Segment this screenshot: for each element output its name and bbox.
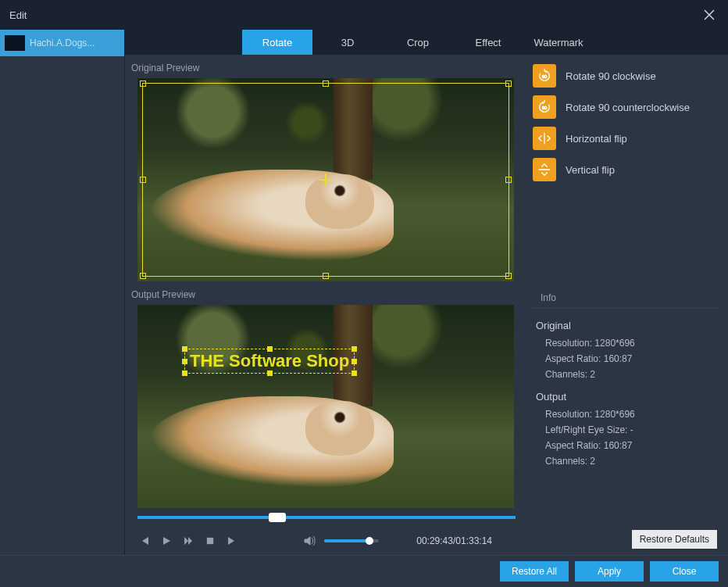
info-output-title: Output: [536, 391, 717, 403]
watermark-handle[interactable]: [182, 346, 187, 352]
tab-effect[interactable]: Effect: [453, 30, 523, 55]
restore-defaults-button[interactable]: Restore Defaults: [632, 530, 717, 549]
tab-bar: Rotate 3D Crop Effect Watermark: [125, 30, 728, 55]
stop-icon[interactable]: [203, 534, 217, 548]
flip-horizontal-button[interactable]: Horizontal flip: [533, 127, 717, 150]
timeline-thumb[interactable]: [269, 513, 286, 522]
original-preview-label: Original Preview: [131, 55, 522, 78]
watermark-handle[interactable]: [267, 346, 273, 352]
output-preview[interactable]: THE Software Shop: [137, 305, 514, 508]
watermark-handle[interactable]: [352, 370, 357, 376]
rotate-ccw-button[interactable]: 90 Rotate 90 counterclockwise: [533, 95, 717, 119]
timeline-track: [137, 516, 516, 519]
info-line: Channels: 2: [545, 369, 717, 380]
tab-watermark[interactable]: Watermark: [523, 30, 594, 55]
crop-frame[interactable]: [142, 83, 509, 277]
right-pane: 90 Rotate 90 clockwise 90 Rotate 90 coun…: [522, 55, 728, 555]
info-line: Resolution: 1280*696: [545, 409, 717, 420]
action-label: Horizontal flip: [566, 133, 627, 145]
info-line: Channels: 2: [545, 456, 717, 467]
sidebar: Hachi.A.Dogs...: [0, 30, 125, 555]
file-name: Hachi.A.Dogs...: [30, 38, 95, 48]
info-line: Left/Right Eye Size: -: [545, 424, 717, 435]
watermark-handle[interactable]: [352, 346, 357, 352]
flip-h-icon: [533, 127, 556, 150]
file-tab[interactable]: Hachi.A.Dogs...: [0, 30, 124, 56]
fast-forward-icon[interactable]: [181, 534, 195, 548]
rotate-ccw-icon: 90: [533, 95, 556, 119]
next-icon[interactable]: [225, 534, 239, 548]
info-original-title: Original: [536, 320, 717, 331]
crop-handle[interactable]: [140, 177, 146, 183]
watermark-handle[interactable]: [267, 370, 273, 376]
crop-handle[interactable]: [505, 81, 512, 87]
crop-handle[interactable]: [505, 177, 512, 183]
svg-text:90: 90: [542, 106, 547, 110]
close-button[interactable]: Close: [650, 561, 719, 582]
info-panel: Info Original Resolution: 1280*696 Aspec…: [533, 289, 717, 471]
rotate-cw-button[interactable]: 90 Rotate 90 clockwise: [533, 64, 717, 88]
play-icon[interactable]: [159, 534, 173, 548]
flip-v-icon: [533, 158, 556, 181]
volume-icon[interactable]: [302, 534, 316, 548]
tab-3d[interactable]: 3D: [312, 30, 383, 55]
playback-controls: 00:29:43/01:33:14: [131, 527, 522, 555]
action-label: Rotate 90 clockwise: [566, 70, 656, 82]
original-preview[interactable]: [137, 78, 514, 281]
info-line: Resolution: 1280*696: [545, 338, 717, 349]
flip-vertical-button[interactable]: Vertical flip: [533, 158, 717, 181]
window-title: Edit: [9, 9, 27, 21]
svg-rect-0: [207, 538, 213, 544]
prev-icon[interactable]: [137, 534, 152, 548]
watermark-handle[interactable]: [182, 370, 187, 376]
watermark-text: THE Software Shop: [190, 351, 349, 370]
output-preview-label: Output Preview: [131, 281, 522, 305]
footer: Restore All Apply Close: [0, 555, 728, 586]
apply-button[interactable]: Apply: [575, 561, 644, 582]
tab-rotate[interactable]: Rotate: [242, 30, 312, 55]
rotate-cw-icon: 90: [533, 64, 556, 88]
timeline[interactable]: [137, 513, 516, 522]
svg-text:90: 90: [542, 74, 547, 79]
info-line: Aspect Ratio: 160:87: [545, 353, 717, 364]
crop-handle[interactable]: [140, 81, 146, 87]
info-header: Info: [533, 289, 717, 309]
watermark-handle[interactable]: [182, 359, 187, 364]
crop-handle[interactable]: [323, 273, 329, 279]
action-label: Rotate 90 counterclockwise: [566, 102, 690, 113]
restore-all-button[interactable]: Restore All: [500, 561, 569, 582]
crop-handle[interactable]: [140, 273, 146, 279]
timecode: 00:29:43/01:33:14: [416, 535, 492, 546]
volume-slider[interactable]: [324, 539, 379, 542]
tab-crop[interactable]: Crop: [383, 30, 453, 55]
crop-center-icon: [319, 174, 332, 186]
crop-handle[interactable]: [323, 81, 329, 87]
file-thumbnail: [5, 35, 25, 51]
watermark-handle[interactable]: [352, 359, 357, 364]
volume-thumb[interactable]: [366, 537, 373, 545]
close-icon[interactable]: [700, 5, 719, 24]
info-line: Aspect Ratio: 160:87: [545, 440, 717, 451]
titlebar: Edit: [0, 0, 728, 30]
action-label: Vertical flip: [566, 164, 615, 176]
crop-handle[interactable]: [505, 273, 512, 279]
watermark-box[interactable]: THE Software Shop: [184, 349, 355, 374]
